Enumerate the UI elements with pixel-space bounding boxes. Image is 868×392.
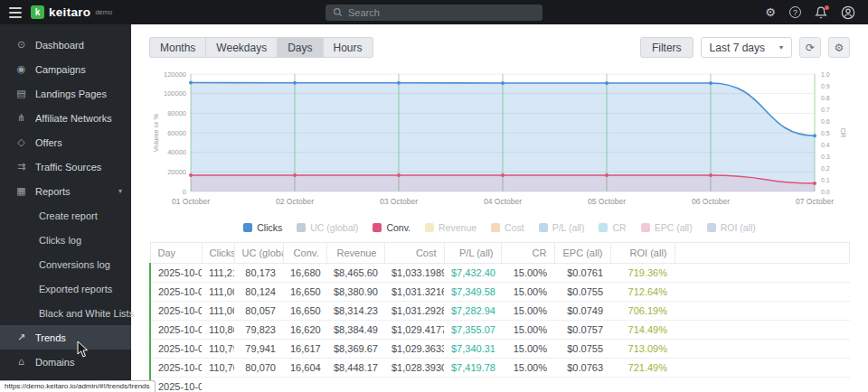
value-cell xyxy=(326,378,384,392)
sidebar-item-clicks-log[interactable]: Clicks log xyxy=(0,228,131,252)
status-url-tooltip: https://demo.keitaro.io/admin/#!/trends/… xyxy=(0,380,156,392)
trends-table: DayClicksUC (global)Conv.RevenueCostP/L … xyxy=(149,242,850,392)
domains-icon: ⌂ xyxy=(15,356,27,368)
period-tabs: MonthsWeekdaysDaysHours xyxy=(149,37,373,58)
tab-hours[interactable]: Hours xyxy=(323,37,373,58)
legend-label: ROI (all) xyxy=(721,222,756,233)
table-row: 2025-10-07 xyxy=(150,378,850,392)
column-header-roi-all[interactable]: ROI (all) xyxy=(610,243,675,264)
legend-item-uc-global[interactable]: UC (global) xyxy=(297,222,358,233)
legend-label: Revenue xyxy=(439,222,476,233)
legend-label: UC (global) xyxy=(310,222,358,233)
value-cell: 712.64% xyxy=(610,283,675,302)
help-icon[interactable]: ? xyxy=(789,6,801,18)
notifications-bell-icon[interactable] xyxy=(815,6,827,19)
column-header-cost[interactable]: Cost xyxy=(384,243,444,264)
legend-item-cost[interactable]: Cost xyxy=(491,222,524,233)
value-cell: $0.0755 xyxy=(554,340,610,359)
sidebar-item-conversions-log[interactable]: Conversions log xyxy=(0,252,131,276)
sidebar-item-offers[interactable]: ◇Offers xyxy=(0,130,131,154)
sidebar: ⊙Dashboard◉Campaigns▤Landings Pages⋔Affi… xyxy=(0,24,131,392)
svg-text:0.0: 0.0 xyxy=(821,189,830,195)
column-header-epc-all[interactable]: EPC (all) xyxy=(554,243,610,264)
menu-icon[interactable] xyxy=(0,0,31,24)
legend-item-roi-all[interactable]: ROI (all) xyxy=(707,222,756,233)
svg-text:06 October: 06 October xyxy=(692,197,730,206)
column-header-uc-global[interactable]: UC (global) xyxy=(234,243,283,264)
column-header-clicks[interactable]: Clicks xyxy=(202,243,234,264)
search-input[interactable] xyxy=(348,7,535,18)
campaigns-icon: ◉ xyxy=(15,63,27,75)
svg-text:60000: 60000 xyxy=(167,129,186,137)
filler-cell xyxy=(675,359,850,378)
legend-item-clicks[interactable]: Clicks xyxy=(243,222,282,233)
svg-text:0: 0 xyxy=(183,188,186,196)
sidebar-item-exported-reports[interactable]: Exported reports xyxy=(0,276,131,301)
tab-weekdays[interactable]: Weekdays xyxy=(205,37,277,58)
chart-settings-button[interactable]: ⚙ xyxy=(828,37,850,58)
sidebar-item-label: Exported reports xyxy=(39,284,112,294)
trends-chart[interactable]: 0200004000060000800001000001200000.00.10… xyxy=(149,69,850,220)
affiliate-icon: ⋔ xyxy=(15,112,27,124)
value-cell: 16,604 xyxy=(283,359,326,378)
legend-item-conv[interactable]: Conv. xyxy=(373,222,410,233)
refresh-button[interactable]: ⟳ xyxy=(799,37,821,58)
value-cell xyxy=(444,378,501,392)
topbar: k keitaro demo ⚙ ? xyxy=(0,0,868,24)
svg-text:03 October: 03 October xyxy=(380,197,418,206)
value-cell: $8,465.60 xyxy=(326,264,384,283)
logo-badge: demo xyxy=(95,8,112,16)
svg-text:07 October: 07 October xyxy=(796,197,834,206)
legend-item-cr[interactable]: CR xyxy=(599,222,626,233)
value-cell: 110,80 xyxy=(202,321,234,340)
column-header-p-l-all[interactable]: P/L (all) xyxy=(444,243,501,264)
value-cell: 714.49% xyxy=(610,321,675,340)
filters-button[interactable]: Filters xyxy=(640,37,693,58)
value-cell: 15.00% xyxy=(501,321,554,340)
svg-text:02 October: 02 October xyxy=(276,197,314,206)
tab-months[interactable]: Months xyxy=(149,37,205,58)
value-cell: $0.0757 xyxy=(554,321,610,340)
filler-cell xyxy=(675,321,850,340)
value-cell: 15.00% xyxy=(501,359,554,378)
value-cell: 111,21 xyxy=(202,264,234,283)
column-header-conv[interactable]: Conv. xyxy=(283,243,326,264)
sidebar-item-affiliate-networks[interactable]: ⋔Affiliate Networks xyxy=(0,106,131,130)
day-cell: 2025-10-05 xyxy=(150,340,202,359)
tab-days[interactable]: Days xyxy=(277,37,322,58)
sidebar-item-dashboard[interactable]: ⊙Dashboard xyxy=(0,33,131,57)
legend-item-p-l-all[interactable]: P/L (all) xyxy=(539,222,585,233)
column-header-day[interactable]: Day xyxy=(150,243,202,264)
column-header-cr[interactable]: CR xyxy=(501,243,554,264)
value-cell: $0.0755 xyxy=(554,283,610,302)
legend-item-epc-all[interactable]: EPC (all) xyxy=(641,222,693,233)
legend-label: EPC (all) xyxy=(655,222,693,233)
settings-gear-icon[interactable]: ⚙ xyxy=(765,5,776,19)
value-cell: 15.00% xyxy=(501,264,554,283)
value-cell: 110,79 xyxy=(202,340,234,359)
value-cell: 80,070 xyxy=(234,359,283,378)
sidebar-item-traffic-sources[interactable]: ⇉Traffic Sources xyxy=(0,154,131,179)
user-avatar-icon[interactable] xyxy=(841,5,855,20)
sidebar-item-create-report[interactable]: Create report xyxy=(0,203,131,228)
sidebar-item-black-and-white-lists[interactable]: Black and White Lists xyxy=(0,301,131,325)
sidebar-item-label: Reports xyxy=(35,186,71,197)
sidebar-item-trends[interactable]: ↗Trends xyxy=(0,325,131,350)
day-cell: 2025-10-06 xyxy=(150,359,202,378)
value-cell xyxy=(554,378,610,392)
date-range-select[interactable]: Last 7 days ▾ xyxy=(701,37,792,58)
logo[interactable]: k keitaro demo xyxy=(31,5,112,19)
traffic-icon: ⇉ xyxy=(15,161,27,173)
sidebar-item-campaigns[interactable]: ◉Campaigns xyxy=(0,57,131,81)
table-row: 2025-10-06110,7080,07016,604$8,448.17$1,… xyxy=(150,359,850,378)
sidebar-item-landings-pages[interactable]: ▤Landings Pages xyxy=(0,81,131,106)
sidebar-item-reports[interactable]: ▦Reports▾ xyxy=(0,179,131,203)
value-cell: $7,432.40 xyxy=(444,264,501,283)
value-cell: 15.00% xyxy=(501,283,554,302)
column-header-revenue[interactable]: Revenue xyxy=(326,243,384,264)
search-bar[interactable] xyxy=(326,5,542,21)
value-cell: $8,380.90 xyxy=(326,283,384,302)
sidebar-item-domains[interactable]: ⌂Domains xyxy=(0,350,131,374)
legend-item-revenue[interactable]: Revenue xyxy=(425,222,476,233)
search-icon xyxy=(333,7,343,17)
